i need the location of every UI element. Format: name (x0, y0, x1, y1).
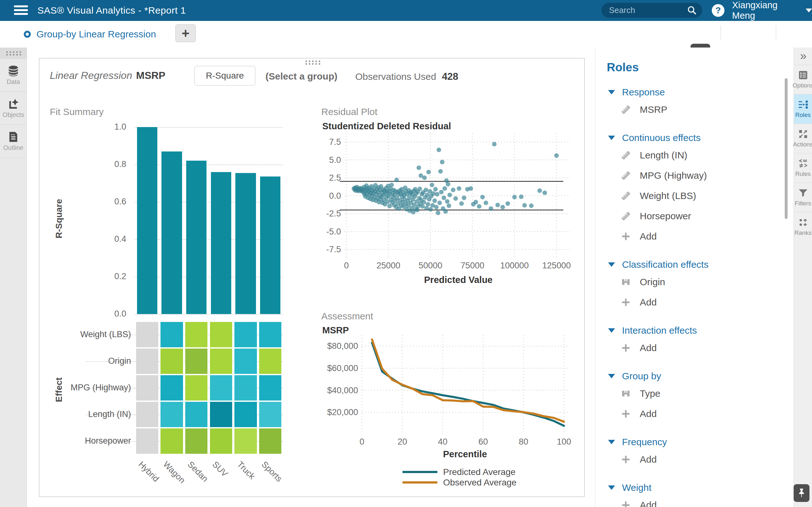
scatter-point[interactable] (512, 195, 517, 199)
role-section-header[interactable]: Continuous effects (595, 130, 794, 145)
heat-cell[interactable] (210, 429, 233, 454)
heat-cell[interactable] (185, 322, 208, 347)
bar[interactable] (235, 173, 256, 314)
role-item[interactable]: MPG (Highway) (595, 165, 794, 186)
scatter-point[interactable] (484, 201, 488, 205)
roles-scrollbar[interactable] (785, 78, 788, 219)
bar[interactable] (260, 176, 281, 314)
object-drag-handle[interactable] (305, 60, 320, 65)
add-role-item[interactable]: Add (595, 226, 794, 246)
heat-cell[interactable] (210, 349, 233, 374)
series-line[interactable] (372, 339, 564, 422)
scatter-point[interactable] (522, 203, 527, 208)
role-section-header[interactable]: Response (595, 85, 794, 100)
scatter-point[interactable] (417, 187, 422, 191)
bar[interactable] (161, 152, 182, 314)
heat-cell[interactable] (185, 349, 208, 374)
heat-cell[interactable] (160, 349, 183, 374)
scatter-point[interactable] (519, 194, 523, 199)
heat-cell[interactable] (259, 429, 282, 454)
scatter-point[interactable] (389, 182, 394, 187)
rail-drag-handle[interactable] (0, 48, 27, 59)
search-icon[interactable] (687, 5, 697, 15)
scatter-point[interactable] (415, 208, 420, 212)
heat-cell[interactable] (235, 429, 257, 454)
scatter-point[interactable] (420, 204, 425, 209)
scatter-point[interactable] (438, 169, 443, 174)
scatter-point[interactable] (421, 200, 426, 205)
scatter-point[interactable] (422, 176, 426, 180)
heat-cell[interactable] (136, 322, 159, 347)
scatter-point[interactable] (554, 153, 559, 158)
pin-panel-button[interactable] (794, 484, 809, 502)
role-item[interactable]: Weight (LBS) (595, 186, 794, 206)
role-item[interactable]: MSRP (595, 100, 794, 120)
heat-cell[interactable] (210, 375, 233, 400)
role-section-header[interactable]: Group by (595, 369, 794, 383)
role-section-header[interactable]: Frequency (595, 435, 794, 449)
add-page-button[interactable]: + (175, 24, 196, 42)
role-item[interactable]: Origin (595, 272, 794, 292)
scatter-point[interactable] (501, 205, 505, 210)
scatter-point[interactable] (432, 199, 437, 203)
regression-object-panel[interactable]: Linear Regression MSRP R-Square (Select … (39, 58, 585, 497)
heat-cell[interactable] (235, 402, 257, 427)
scatter-point[interactable] (446, 182, 450, 186)
heat-cell[interactable] (235, 349, 257, 374)
scatter-point[interactable] (451, 187, 455, 192)
scatter-point[interactable] (537, 188, 542, 193)
heat-cell[interactable] (259, 402, 282, 427)
scatter-point[interactable] (477, 204, 481, 209)
bar[interactable] (137, 127, 158, 314)
scatter-point[interactable] (424, 187, 428, 192)
scatter-point[interactable] (435, 192, 439, 196)
heat-cell[interactable] (136, 429, 159, 454)
tab-group-by-linear-regression[interactable]: Group-by Linear Regression (24, 21, 156, 48)
tab-options[interactable]: Options (794, 65, 812, 94)
heat-cell[interactable] (259, 349, 282, 374)
add-role-item[interactable]: Add (595, 449, 794, 469)
heat-cell[interactable] (259, 375, 282, 400)
scatter-point[interactable] (489, 206, 493, 211)
heat-cell[interactable] (185, 429, 208, 454)
scatter-point[interactable] (462, 195, 466, 200)
search-input[interactable]: Search (601, 3, 702, 18)
scatter-point[interactable] (457, 186, 461, 191)
scatter-point[interactable] (468, 186, 473, 191)
scatter-point[interactable] (394, 178, 399, 182)
scatter-point[interactable] (473, 200, 478, 205)
scatter-point[interactable] (448, 193, 452, 197)
role-section-header[interactable]: Classification effects (595, 257, 794, 272)
heat-cell[interactable] (160, 429, 183, 454)
heat-cell[interactable] (185, 402, 208, 427)
scatter-point[interactable] (426, 202, 430, 206)
sidebar-item-outline[interactable]: Outline (0, 125, 27, 158)
heat-cell[interactable] (259, 322, 282, 347)
scatter-point[interactable] (459, 201, 464, 206)
scatter-point[interactable] (443, 186, 447, 191)
scatter-point[interactable] (442, 195, 446, 200)
heat-cell[interactable] (185, 375, 208, 400)
scatter-point[interactable] (529, 204, 534, 208)
scatter-point[interactable] (426, 170, 431, 174)
heat-cell[interactable] (136, 349, 159, 374)
scatter-point[interactable] (439, 190, 444, 194)
heat-cell[interactable] (160, 322, 183, 347)
user-menu[interactable]: Xiangxiang Meng (732, 0, 812, 21)
tab-ranks[interactable]: Ranks (794, 212, 812, 241)
scatter-point[interactable] (453, 196, 458, 201)
bar[interactable] (186, 161, 207, 314)
scatter-point[interactable] (424, 206, 429, 210)
scatter-point[interactable] (542, 190, 547, 195)
help-button[interactable]: ? (712, 4, 724, 17)
heat-cell[interactable] (210, 322, 233, 347)
add-role-item[interactable]: Add (595, 338, 794, 358)
scatter-point[interactable] (433, 187, 438, 191)
heat-cell[interactable] (235, 375, 257, 400)
scatter-point[interactable] (437, 148, 441, 152)
bar[interactable] (211, 172, 232, 314)
scatter-point[interactable] (444, 209, 448, 214)
scatter-point[interactable] (480, 195, 485, 199)
tab-roles[interactable]: Roles (794, 94, 812, 124)
role-item[interactable]: Length (IN) (595, 145, 794, 165)
